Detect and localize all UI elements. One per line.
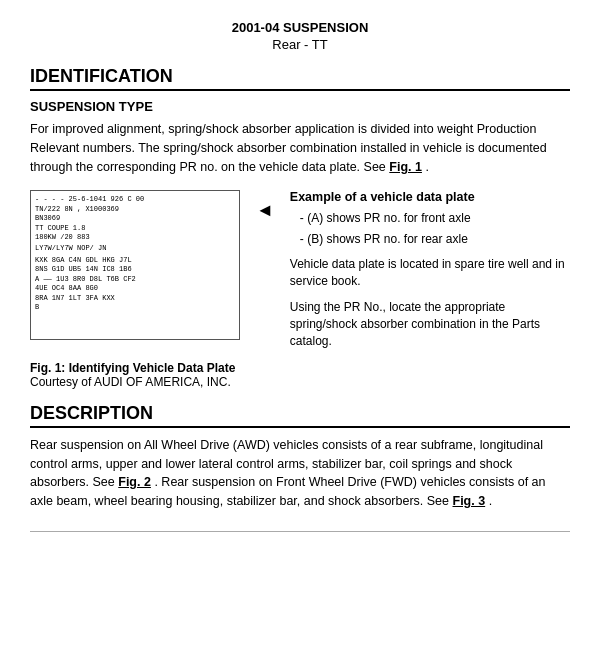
plate-line-7: KXK 8GA C4N GDL HKG J7L: [35, 256, 235, 265]
suspension-type-text-part2: .: [425, 160, 428, 174]
plate-line-2: TN/222 8N , X1000369: [35, 205, 235, 214]
identification-heading: IDENTIFICATION: [30, 66, 570, 91]
plate-line-11: 8RA 1N7 1LT 3FA KXX: [35, 294, 235, 303]
plate-line-9: A —— 1U3 8R0 D8L T6B CF2: [35, 275, 235, 284]
vehicle-data-plate: - - - - 25-6-1041 926 C 00 TN/222 8N , X…: [30, 190, 240, 340]
legend-item-a: - (A) shows PR no. for front axle: [300, 210, 570, 227]
plate-line-4: TT COUPE 1.8: [35, 224, 235, 233]
fig-caption-courtesy: Courtesy of AUDI OF AMERICA, INC.: [30, 375, 231, 389]
fig2-ref: Fig. 2: [118, 475, 151, 489]
bottom-rule: [30, 531, 570, 532]
example-title: Example of a vehicle data plate: [290, 190, 570, 204]
plate-line-12: B: [35, 303, 235, 312]
plate-line-3: BN3069: [35, 214, 235, 223]
figure-legend: Example of a vehicle data plate - (A) sh…: [290, 190, 570, 351]
description-heading: DESCRIPTION: [30, 403, 570, 428]
desc-text-3: .: [489, 494, 492, 508]
arrow-icon: ◄: [256, 200, 274, 221]
fig3-ref: Fig. 3: [453, 494, 486, 508]
description-text: Rear suspension on All Wheel Drive (AWD)…: [30, 436, 570, 511]
suspension-type-heading: SUSPENSION TYPE: [30, 99, 570, 114]
figure-area: - - - - 25-6-1041 926 C 00 TN/222 8N , X…: [30, 190, 570, 351]
fig-caption-title: Fig. 1: Identifying Vehicle Data Plate: [30, 361, 235, 375]
plate-line-5: 180KW /20 883: [35, 233, 235, 242]
page-header: 2001-04 SUSPENSION Rear - TT: [30, 20, 570, 52]
page-title: 2001-04 SUSPENSION: [30, 20, 570, 35]
page-subtitle: Rear - TT: [30, 37, 570, 52]
fig1-ref: Fig. 1: [389, 160, 422, 174]
legend-item-b: - (B) shows PR no. for rear axle: [300, 231, 570, 248]
plate-line-10: 4UE OC4 8AA 8G0: [35, 284, 235, 293]
plate-line-1: - - - - 25-6-1041 926 C 00: [35, 195, 235, 204]
suspension-type-text-part1: For improved alignment, spring/shock abs…: [30, 122, 547, 174]
legend-note-1: Vehicle data plate is located in spare t…: [290, 256, 570, 291]
plate-line-8: 8NS G1D UB5 14N IC8 1B6: [35, 265, 235, 274]
plate-content: - - - - 25-6-1041 926 C 00 TN/222 8N , X…: [35, 195, 235, 312]
plate-line-6: LY7W/LY7W NOP/ JN: [35, 244, 235, 253]
figure-caption: Fig. 1: Identifying Vehicle Data Plate C…: [30, 361, 570, 389]
suspension-type-text: For improved alignment, spring/shock abs…: [30, 120, 570, 176]
legend-note-2: Using the PR No., locate the appropriate…: [290, 299, 570, 351]
